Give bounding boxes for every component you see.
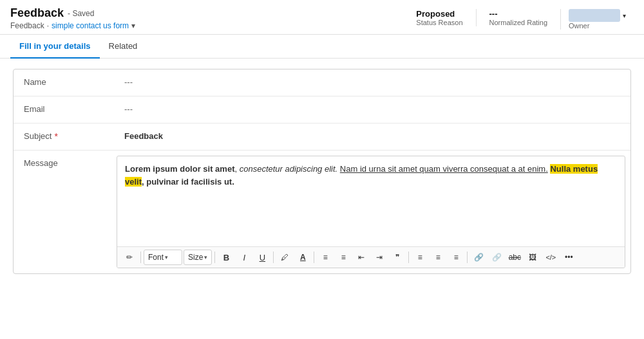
tab-bar: Fill in your details Related	[0, 35, 644, 59]
breadcrumb: Feedback · simple contact us form ▾	[10, 21, 135, 30]
editor-content[interactable]: Lorem ipsum dolor sit amet, consectetur …	[117, 156, 625, 246]
size-dropdown-label: Size	[188, 253, 203, 262]
unlink-button[interactable]: 🔗	[488, 250, 505, 265]
toolbar-sep-3	[273, 252, 274, 263]
indent-decrease-button[interactable]: ⇤	[353, 250, 370, 265]
list-unordered-button[interactable]: ≡	[335, 250, 352, 265]
bold-button[interactable]: B	[218, 250, 234, 265]
align-left-button[interactable]: ≡	[317, 250, 334, 265]
format-painter-button[interactable]: ✏	[121, 250, 138, 265]
msg-text-1: ,	[234, 164, 239, 174]
rating-meta: --- Normalized Rating	[476, 9, 560, 26]
email-value[interactable]: ---	[117, 96, 630, 123]
breadcrumb-separator: ·	[47, 21, 49, 30]
align-justify-button[interactable]: ≡	[448, 250, 464, 265]
form-card: Name --- Email --- Subject * Feedback	[13, 69, 631, 274]
owner-label: Owner	[569, 22, 626, 30]
source-button[interactable]: </>	[542, 250, 559, 265]
more-icon: •••	[565, 253, 573, 262]
page-title: Feedback - Saved	[10, 6, 135, 20]
message-container: Lorem ipsum dolor sit amet, consectetur …	[117, 151, 630, 273]
bold-icon: B	[223, 253, 229, 262]
indent-increase-icon: ⇥	[376, 253, 383, 262]
header: Feedback - Saved Feedback · simple conta…	[0, 0, 644, 59]
highlight-button[interactable]: 🖊	[276, 250, 293, 265]
unlink-icon: 🔗	[492, 253, 502, 262]
message-label: Message	[14, 151, 117, 176]
font-color-button[interactable]: A	[294, 250, 311, 265]
format-painter-icon: ✏	[126, 253, 133, 262]
toolbar-sep-1	[140, 252, 141, 263]
link-icon: 🔗	[474, 253, 484, 262]
name-field-row: Name ---	[14, 69, 630, 96]
owner-chevron-icon: ▾	[623, 12, 626, 19]
font-color-icon: A	[300, 253, 306, 262]
image-icon: 🖼	[529, 253, 536, 262]
owner-avatar	[569, 9, 620, 22]
size-dropdown[interactable]: Size ▾	[184, 250, 212, 265]
breadcrumb-main: Feedback	[10, 21, 44, 30]
status-value: Proposed	[416, 9, 455, 19]
header-meta: Proposed Status Reason --- Normalized Ra…	[403, 9, 634, 30]
strikethrough-button[interactable]: abc	[506, 250, 523, 265]
msg-text-4: , pulvinar id facilisis ut.	[142, 177, 234, 187]
list-unordered-icon: ≡	[341, 253, 346, 262]
indent-decrease-icon: ⇤	[358, 253, 365, 262]
message-field-row: Message Lorem ipsum dolor sit amet, cons…	[14, 151, 630, 273]
link-button[interactable]: 🔗	[470, 250, 487, 265]
name-label: Name	[14, 69, 117, 96]
owner-value-container[interactable]: ▾	[569, 9, 626, 22]
subject-value[interactable]: Feedback	[117, 124, 630, 150]
image-button[interactable]: 🖼	[524, 250, 541, 265]
underline-icon: U	[260, 253, 265, 262]
saved-status: - Saved	[68, 9, 94, 18]
tab-related[interactable]: Related	[100, 35, 147, 59]
required-indicator: *	[54, 131, 57, 142]
rating-value: ---	[489, 9, 498, 19]
align-center-icon: ≡	[418, 253, 422, 262]
main-content: Name --- Email --- Subject * Feedback	[0, 59, 644, 284]
status-label: Status Reason	[416, 19, 462, 26]
email-label: Email	[14, 96, 117, 123]
size-dropdown-arrow: ▾	[204, 254, 207, 261]
toolbar-sep-4	[314, 252, 314, 263]
italic-icon: I	[243, 253, 246, 262]
align-justify-icon: ≡	[454, 253, 459, 262]
breadcrumb-sub[interactable]: simple contact us form	[52, 21, 129, 30]
subject-label: Subject *	[14, 124, 117, 150]
status-meta: Proposed Status Reason	[403, 9, 475, 26]
align-center-button[interactable]: ≡	[412, 250, 428, 265]
align-left-icon: ≡	[323, 253, 328, 262]
font-dropdown-label: Font	[148, 253, 164, 262]
font-dropdown[interactable]: Font ▾	[144, 250, 182, 265]
name-value[interactable]: ---	[117, 69, 630, 96]
message-editor[interactable]: Lorem ipsum dolor sit amet, consectetur …	[117, 156, 625, 268]
strikethrough-icon: abc	[509, 253, 521, 262]
tab-fill-in-details[interactable]: Fill in your details	[10, 35, 100, 59]
source-icon: </>	[545, 253, 556, 261]
highlight-icon: 🖊	[281, 253, 289, 262]
editor-toolbar: ✏ Font ▾ Size ▾	[117, 246, 625, 268]
indent-increase-button[interactable]: ⇥	[371, 250, 388, 265]
more-button[interactable]: •••	[560, 250, 577, 265]
breadcrumb-chevron[interactable]: ▾	[131, 21, 135, 30]
align-right-icon: ≡	[436, 253, 440, 262]
italic-button[interactable]: I	[236, 250, 252, 265]
toolbar-sep-6	[467, 252, 468, 263]
underline-button[interactable]: U	[254, 250, 270, 265]
owner-meta: ▾ Owner	[560, 9, 634, 30]
msg-italic-text: consectetur adipiscing elit.	[240, 164, 337, 174]
quote-button[interactable]: ❞	[389, 250, 406, 265]
align-right-button[interactable]: ≡	[430, 250, 446, 265]
msg-bold-text: Lorem ipsum dolor sit amet	[125, 164, 234, 174]
quote-icon: ❞	[395, 253, 399, 262]
msg-underline-text: Nam id urna sit amet quam viverra conseq…	[340, 164, 548, 174]
font-dropdown-arrow: ▾	[165, 254, 168, 261]
email-field-row: Email ---	[14, 96, 630, 124]
rating-label: Normalized Rating	[489, 19, 547, 26]
header-left: Feedback - Saved Feedback · simple conta…	[10, 6, 135, 34]
toolbar-sep-2	[214, 252, 215, 263]
subject-field-row: Subject * Feedback	[14, 124, 630, 151]
toolbar-sep-5	[408, 252, 409, 263]
